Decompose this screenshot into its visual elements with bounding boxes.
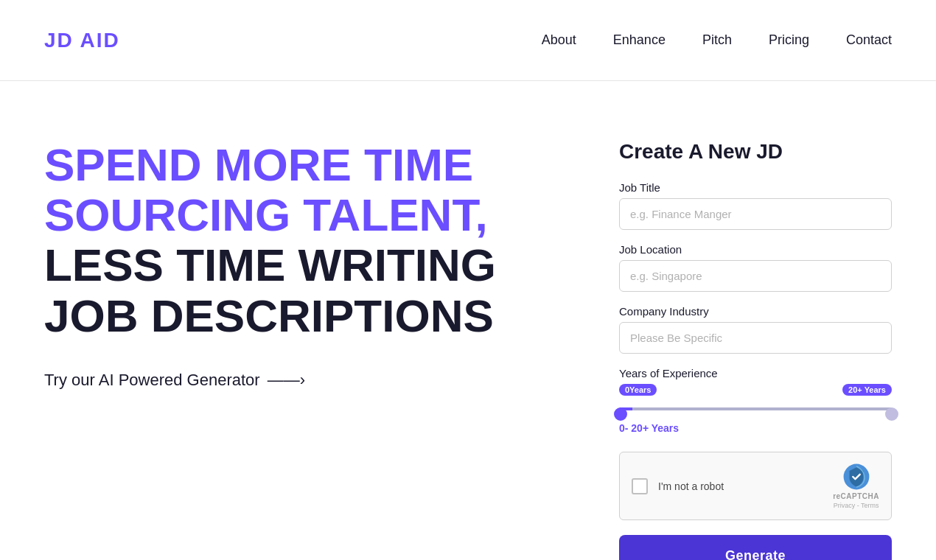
- company-industry-label: Company Industry: [619, 305, 892, 318]
- company-industry-input[interactable]: [619, 322, 892, 354]
- hero-line1: SPEND MORE TIME: [44, 140, 590, 190]
- nav-pricing[interactable]: Pricing: [769, 32, 809, 48]
- jd-form-panel: Create A New JD Job Title Job Location C…: [619, 125, 892, 560]
- hero-cta[interactable]: Try our AI Powered Generator ——›: [44, 371, 590, 390]
- recaptcha-text: I'm not a robot: [658, 480, 724, 492]
- recaptcha-links-text: Privacy - Terms: [834, 502, 879, 509]
- slider-min-badge: 0Years: [619, 384, 657, 396]
- recaptcha-left: I'm not a robot: [632, 478, 724, 494]
- slider-max-badge: 20+ Years: [842, 384, 892, 396]
- slider-labels: 0Years 20+ Years: [619, 384, 892, 396]
- form-title: Create A New JD: [619, 140, 892, 164]
- nav-enhance[interactable]: Enhance: [613, 32, 666, 48]
- hero-title: SPEND MORE TIME SOURCING TALENT, LESS TI…: [44, 140, 590, 341]
- hero-section: SPEND MORE TIME SOURCING TALENT, LESS TI…: [44, 125, 590, 390]
- hero-line4: JOB DESCRIPTIONS: [44, 291, 590, 341]
- hero-cta-text: Try our AI Powered Generator: [44, 371, 260, 390]
- job-title-input[interactable]: [619, 198, 892, 230]
- main-nav: About Enhance Pitch Pricing Contact: [542, 32, 892, 48]
- arrow-icon: ——›: [268, 371, 305, 390]
- logo: JD AID: [44, 29, 120, 52]
- slider-thumb-min[interactable]: [614, 407, 627, 421]
- job-location-group: Job Location: [619, 243, 892, 292]
- slider-thumb-max[interactable]: [885, 407, 898, 421]
- job-title-group: Job Title: [619, 181, 892, 230]
- recaptcha-box: I'm not a robot reCAPTCHA Privacy - Term…: [619, 452, 892, 520]
- nav-contact[interactable]: Contact: [846, 32, 892, 48]
- company-industry-group: Company Industry: [619, 305, 892, 354]
- generate-button[interactable]: Generate: [619, 535, 892, 560]
- hero-line2: SOURCING TALENT,: [44, 190, 590, 240]
- years-experience-section: Years of Experience 0Years 20+ Years 0- …: [619, 367, 892, 434]
- slider-track-container[interactable]: [619, 402, 892, 416]
- recaptcha-logo-icon: [842, 463, 870, 491]
- years-label: Years of Experience: [619, 367, 892, 379]
- recaptcha-checkbox[interactable]: [632, 478, 648, 494]
- slider-value-text: 0- 20+ Years: [619, 422, 892, 434]
- slider-track: [619, 407, 892, 410]
- job-location-label: Job Location: [619, 243, 892, 256]
- job-title-label: Job Title: [619, 181, 892, 194]
- job-location-input[interactable]: [619, 260, 892, 292]
- recaptcha-brand-text: reCAPTCHA: [833, 492, 879, 500]
- hero-line3: LESS TIME WRITING: [44, 240, 590, 290]
- recaptcha-right: reCAPTCHA Privacy - Terms: [833, 463, 879, 509]
- nav-pitch[interactable]: Pitch: [702, 32, 732, 48]
- nav-about[interactable]: About: [542, 32, 576, 48]
